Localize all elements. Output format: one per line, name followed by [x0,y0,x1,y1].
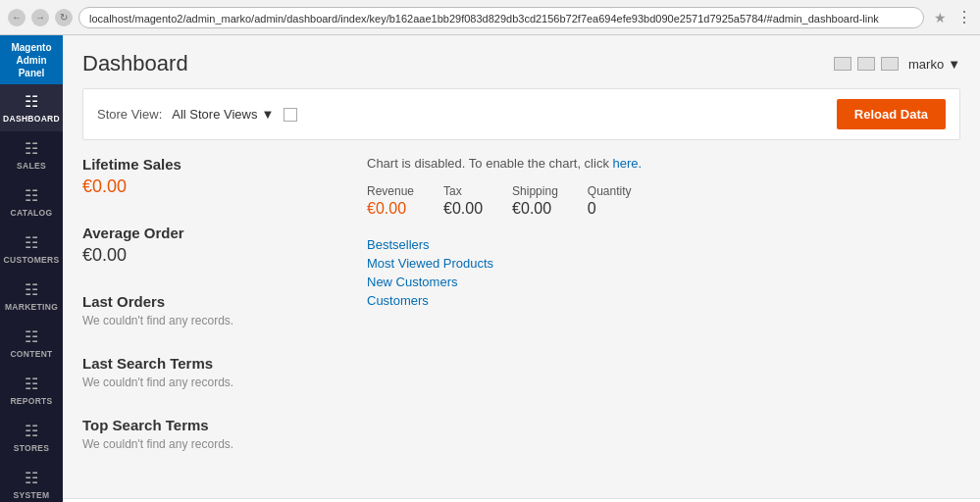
sidebar-item-label: SYSTEM [14,490,50,500]
sidebar-item-stores[interactable]: ☷ STORES [0,414,63,461]
store-view-checkbox[interactable] [284,108,297,122]
catalog-icon: ☷ [25,186,38,205]
lifetime-sales-title: Lifetime Sales [82,156,337,173]
store-view-select[interactable]: All Store Views ▼ [172,107,274,122]
window-minimize-icon[interactable] [834,57,851,71]
page-footer: Copyright © 2017 Magento Commerce Inc. A… [63,498,980,502]
system-icon: ☷ [25,469,38,487]
stat-quantity-value: 0 [588,200,632,218]
store-view-label: Store View: [97,107,162,122]
browser-chrome: ← → ↻ localhost/magento2/admin_marko/adm… [0,0,980,35]
stats-row: Revenue €0.00 Tax €0.00 Shipping €0.00 [367,184,960,218]
sidebar-item-marketing[interactable]: ☷ MARKETING [0,273,63,320]
reload-data-button[interactable]: Reload Data [837,99,946,129]
bookmark-icon[interactable]: ★ [934,10,947,25]
store-view-dropdown-icon: ▼ [261,107,274,122]
left-column: Lifetime Sales €0.00 Average Order €0.00… [82,156,337,478]
stat-shipping-label: Shipping [512,184,558,198]
sidebar-item-system[interactable]: ☷ SYSTEM [0,461,63,502]
back-button[interactable]: ← [8,9,26,26]
stat-shipping-value: €0.00 [512,200,558,218]
average-order-title: Average Order [82,225,337,241]
url-bar[interactable]: localhost/magento2/admin_marko/admin/das… [78,7,924,28]
window-maximize-icon[interactable] [857,57,875,71]
chart-enable-link[interactable]: here. [613,156,643,171]
top-search-no-records: We couldn't find any records. [82,437,337,451]
sidebar-item-catalog[interactable]: ☷ CATALOG [0,178,63,226]
stat-tax: Tax €0.00 [443,184,483,218]
links-section: Bestsellers Most Viewed Products New Cus… [367,237,960,308]
top-search-title: Top Search Terms [82,417,337,433]
average-order-value: €0.00 [82,245,337,266]
lifetime-sales-value: €0.00 [82,176,337,197]
sidebar-item-label: SALES [17,161,46,171]
store-view-left: Store View: All Store Views ▼ [97,107,297,122]
reports-icon: ☷ [25,375,38,393]
last-orders-section: Last Orders We couldn't find any records… [82,293,337,327]
chart-disabled-text: Chart is disabled. To enable the chart, … [367,156,960,171]
header-icons [834,57,899,71]
stat-tax-value: €0.00 [443,200,483,218]
content-icon: ☷ [25,327,38,346]
sidebar-item-label: REPORTS [10,396,52,406]
top-search-terms-section: Top Search Terms We couldn't find any re… [82,417,337,451]
page-header: Dashboard marko ▼ [63,35,980,88]
stat-tax-label: Tax [443,184,483,198]
main-content: Dashboard marko ▼ Store View: All Store … [63,35,980,502]
customers-link[interactable]: Customers [367,293,960,308]
last-search-no-records: We couldn't find any records. [82,376,337,389]
stat-quantity: Quantity 0 [588,184,632,218]
new-customers-link[interactable]: New Customers [367,275,960,289]
customers-icon: ☷ [25,233,38,252]
dashboard-body: Lifetime Sales €0.00 Average Order €0.00… [63,156,980,498]
stat-revenue: Revenue €0.00 [367,184,414,218]
last-orders-title: Last Orders [82,293,337,310]
lifetime-sales-section: Lifetime Sales €0.00 [82,156,337,197]
stat-revenue-label: Revenue [367,184,414,198]
refresh-button[interactable]: ↻ [55,9,73,26]
marketing-icon: ☷ [25,280,38,299]
user-menu[interactable]: marko ▼ [908,57,960,72]
chart-disabled-prefix: Chart is disabled. To enable the chart, … [367,156,613,171]
username-label: marko [908,57,944,72]
sidebar-item-label: DASHBOARD [3,114,60,124]
last-orders-no-records: We couldn't find any records. [82,314,337,327]
sidebar-item-customers[interactable]: ☷ CUSTOMERS [0,226,63,273]
sidebar: Magento Admin Panel ☷ DASHBOARD ☷ SALES … [0,35,63,502]
dashboard-icon: ☷ [25,92,38,111]
last-search-terms-section: Last Search Terms We couldn't find any r… [82,355,337,389]
sidebar-item-label: STORES [14,443,50,453]
sidebar-logo: Magento Admin Panel [0,35,63,84]
header-right: marko ▼ [834,57,960,72]
stat-shipping: Shipping €0.00 [512,184,558,218]
stat-quantity-label: Quantity [588,184,632,198]
right-column: Chart is disabled. To enable the chart, … [367,156,960,478]
sidebar-item-label: CONTENT [10,349,52,359]
browser-menu-icon[interactable]: ⋮ [956,8,972,26]
chart-area: Chart is disabled. To enable the chart, … [367,156,960,218]
bestsellers-link[interactable]: Bestsellers [367,237,960,252]
forward-button[interactable]: → [31,9,49,26]
sidebar-item-reports[interactable]: ☷ REPORTS [0,367,63,414]
window-close-icon[interactable] [881,57,899,71]
stat-revenue-value: €0.00 [367,200,414,218]
logo-text: Magento Admin Panel [4,41,59,79]
sidebar-item-label: CUSTOMERS [4,255,60,265]
sales-icon: ☷ [25,139,38,158]
page-title: Dashboard [82,51,188,76]
sidebar-item-sales[interactable]: ☷ SALES [0,131,63,178]
sidebar-item-label: MARKETING [5,302,58,312]
last-search-title: Last Search Terms [82,355,337,372]
user-dropdown-icon: ▼ [948,57,960,72]
average-order-section: Average Order €0.00 [82,225,337,266]
sidebar-item-dashboard[interactable]: ☷ DASHBOARD [0,84,63,131]
store-view-bar: Store View: All Store Views ▼ Reload Dat… [82,88,960,140]
store-view-value: All Store Views [172,107,257,122]
stores-icon: ☷ [25,422,38,440]
sidebar-item-label: CATALOG [11,208,53,218]
most-viewed-link[interactable]: Most Viewed Products [367,256,960,271]
sidebar-item-content[interactable]: ☷ CONTENT [0,320,63,367]
